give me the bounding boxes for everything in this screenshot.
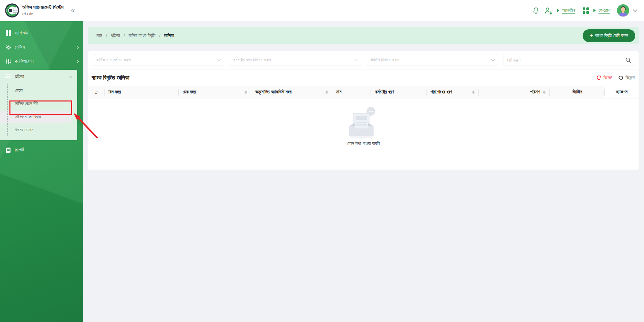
refresh-icon bbox=[618, 75, 623, 80]
sidebar-subitem-monthly-salary-sheet[interactable]: মাসিক বেতন শীট bbox=[0, 97, 77, 110]
gear-icon bbox=[5, 45, 11, 50]
logo-text-line3: Authority bbox=[13, 11, 19, 13]
sidebar-item-dashboard[interactable]: ড্যাশবোর্ড bbox=[0, 26, 83, 40]
status-placeholder: স্ট্যাটাস নির্বাচন করুন bbox=[370, 57, 492, 63]
column-header-cheque-number[interactable]: চেক নম্বর bbox=[179, 86, 251, 98]
sort-icon[interactable] bbox=[540, 90, 546, 94]
column-header-index: # bbox=[88, 86, 105, 98]
sort-icon[interactable] bbox=[323, 90, 328, 94]
refresh-label: রিফ্রেশ bbox=[625, 75, 635, 81]
sidebar-item-label: সেটিংস bbox=[15, 45, 76, 50]
apps-grid-icon[interactable] bbox=[583, 7, 589, 14]
empty-inbox-illustration bbox=[345, 107, 382, 139]
status-select[interactable]: স্ট্যাটাস নির্বাচন করুন bbox=[366, 55, 498, 65]
user-avatar[interactable] bbox=[617, 4, 629, 17]
breadcrumb-monthly-bank-statement[interactable]: মাসিক ব্যাংক বিবৃতি bbox=[128, 33, 155, 38]
sliders-icon bbox=[5, 59, 11, 64]
column-header-status: স্ট্যাটাস bbox=[550, 86, 605, 98]
sidebar-item-label: প্রক্রিয়া bbox=[15, 74, 24, 79]
sidebar-collapse-button[interactable]: « bbox=[71, 6, 75, 15]
search-input[interactable] bbox=[507, 58, 626, 63]
caret-right-icon bbox=[593, 9, 596, 12]
main-content: হোম / প্রক্রিয়া / মাসিক ব্যাংক বিবৃতি /… bbox=[83, 21, 644, 322]
filter-row: আর্থিক মাস নির্বাচন করুন কর্মচারীর ধরন ন… bbox=[88, 51, 639, 69]
sidebar-group-process: প্রক্রিয়া বেতন মাসিক বেতন শীট মাসিক ব্য… bbox=[0, 70, 77, 140]
caret-right-icon bbox=[557, 9, 559, 12]
sidebar-item-label: রিপোর্ট bbox=[15, 147, 78, 153]
chevron-right-icon bbox=[76, 46, 79, 49]
column-header-action: অ্যাকশন bbox=[605, 86, 639, 98]
module-payroll-link[interactable]: পে-রোল bbox=[598, 7, 610, 14]
breadcrumb-process[interactable]: প্রক্রিয়া bbox=[111, 33, 120, 38]
create-button-label: ব্যাংক বিবৃতি তৈরি করুন bbox=[595, 33, 628, 38]
search-icon[interactable] bbox=[625, 57, 631, 63]
table-header-row: # বিল নম্বর চেক নম্বর অনুমোদিত অ্যাকাউন্… bbox=[88, 86, 639, 98]
list-card: আর্থিক মাস নির্বাচন করুন কর্মচারীর ধরন ন… bbox=[88, 51, 639, 170]
app-title: অফিস ম্যানেজমেন্ট সিস্টেম bbox=[22, 4, 63, 11]
breadcrumb-separator: / bbox=[124, 33, 125, 38]
sort-icon[interactable] bbox=[469, 90, 475, 94]
breadcrumb-separator: / bbox=[159, 33, 160, 38]
sidebar-item-settings[interactable]: সেটিংস bbox=[0, 40, 83, 54]
reset-label: রিসেট bbox=[604, 75, 612, 81]
search-box bbox=[503, 55, 636, 65]
column-header-approved-account-number[interactable]: অনুমোদিত অ্যাকাউন্ট নম্বর bbox=[251, 86, 332, 98]
empty-state-text: কোন তথ্য পাওয়া যায়নি bbox=[347, 141, 380, 146]
sidebar: ড্যাশবোর্ড সেটিংস কনফিগারেশন প্রক্রিয়া … bbox=[0, 21, 83, 322]
sidebar-item-label: ড্যাশবোর্ড bbox=[15, 30, 78, 36]
switch-user-icon[interactable] bbox=[544, 7, 553, 14]
topbar: Microcredit Regulatory Authority অফিস ম্… bbox=[0, 0, 644, 21]
chevron-down-icon bbox=[68, 74, 72, 78]
table-empty-state: কোন তথ্য পাওয়া যায়নি bbox=[88, 98, 639, 159]
column-header-bill-number: বিল নম্বর bbox=[105, 86, 179, 98]
admin-role-link[interactable]: অ্যাডমিন bbox=[562, 7, 575, 14]
employee-type-select[interactable]: কর্মচারীর ধরন নির্বাচন করুন bbox=[229, 55, 361, 65]
breadcrumb-band: হোম / প্রক্রিয়া / মাসিক ব্যাংক বিবৃতি /… bbox=[88, 27, 639, 44]
breadcrumb-separator: / bbox=[106, 33, 107, 38]
avatar-person-icon bbox=[617, 4, 629, 17]
dashboard-icon bbox=[5, 30, 11, 36]
app-subtitle: পে-রোল bbox=[22, 11, 63, 17]
table-footer bbox=[88, 159, 639, 170]
column-header-amount[interactable]: পরিমাণ bbox=[479, 86, 550, 98]
reset-button[interactable]: রিসেট bbox=[596, 75, 612, 81]
sidebar-subitem-festival-bonus[interactable]: উৎসব বোনাস bbox=[0, 124, 77, 136]
report-document-icon bbox=[5, 147, 11, 153]
mra-logo-icon: Microcredit Regulatory Authority bbox=[5, 3, 20, 18]
chevron-right-icon bbox=[76, 60, 79, 63]
breadcrumb-current-list: তালিকা bbox=[164, 33, 174, 38]
fiscal-month-placeholder: আর্থিক মাস নির্বাচন করুন bbox=[96, 57, 217, 63]
sidebar-item-configuration[interactable]: কনফিগারেশন bbox=[0, 54, 83, 68]
submenu-guide-line bbox=[7, 84, 8, 136]
column-header-payment-type[interactable]: পরিশোধের ধরণ bbox=[427, 86, 479, 98]
list-title-row: ব্যাংক বিবৃতির তালিকা রিসেট bbox=[88, 69, 639, 86]
sidebar-item-process[interactable]: প্রক্রিয়া bbox=[0, 70, 77, 83]
fiscal-month-select[interactable]: আর্থিক মাস নির্বাচন করুন bbox=[92, 55, 224, 65]
sidebar-item-label: কনফিগারেশন bbox=[15, 59, 76, 64]
sidebar-subitem-salary[interactable]: বেতন bbox=[0, 84, 77, 96]
employee-type-placeholder: কর্মচারীর ধরন নির্বাচন করুন bbox=[233, 57, 355, 63]
refresh-button[interactable]: রিফ্রেশ bbox=[618, 75, 635, 81]
column-header-employee-type: কর্মচারীর ধরণ bbox=[371, 86, 427, 98]
sidebar-subitem-monthly-bank-statement[interactable]: মাসিক ব্যাংক বিবৃতি bbox=[0, 111, 71, 123]
sidebar-item-report[interactable]: রিপোর্ট bbox=[0, 143, 83, 157]
breadcrumb-home[interactable]: হোম bbox=[96, 33, 102, 38]
select-chevron-icon bbox=[217, 57, 221, 61]
reset-icon bbox=[596, 75, 602, 80]
breadcrumb: হোম / প্রক্রিয়া / মাসিক ব্যাংক বিবৃতি /… bbox=[96, 33, 174, 38]
list-icon bbox=[5, 74, 11, 79]
list-title: ব্যাংক বিবৃতির তালিকা bbox=[92, 75, 129, 81]
notification-bell-icon[interactable] bbox=[532, 7, 540, 14]
column-header-month: মাস bbox=[332, 86, 371, 98]
select-chevron-icon bbox=[354, 57, 357, 61]
brand: Microcredit Regulatory Authority অফিস ম্… bbox=[0, 3, 63, 18]
chevron-down-icon[interactable] bbox=[633, 8, 637, 12]
create-bank-statement-button[interactable]: + ব্যাংক বিবৃতি তৈরি করুন bbox=[583, 29, 635, 42]
plus-icon: + bbox=[590, 33, 593, 38]
sort-icon[interactable] bbox=[242, 90, 247, 94]
select-chevron-icon bbox=[491, 57, 495, 61]
